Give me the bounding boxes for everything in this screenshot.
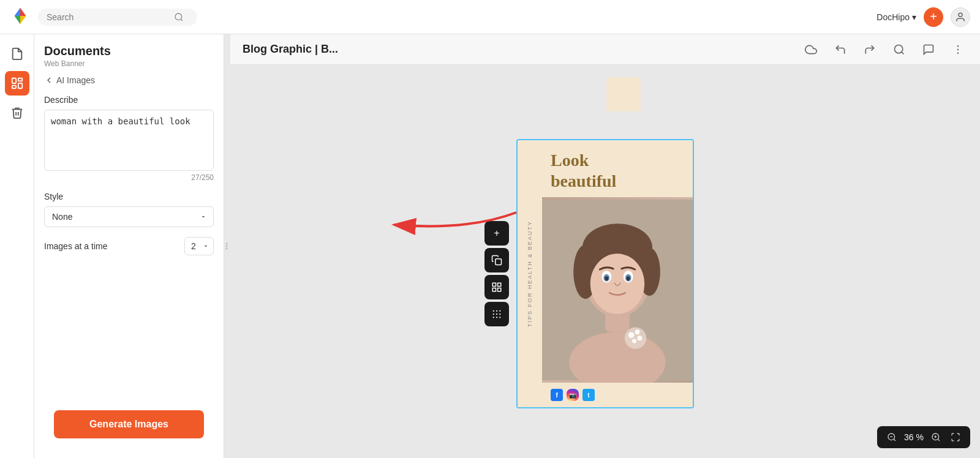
zoom-bar: 36 % [877,426,970,448]
left-panel: Documents Web Banner AI Images Describe … [34,34,224,458]
dochipo-label[interactable]: DocHipo ▾ [876,12,916,22]
svg-rect-5 [18,83,21,88]
svg-point-24 [499,313,500,315]
grid-icon [491,282,502,293]
svg-rect-6 [12,86,15,89]
grid-view-button[interactable] [484,275,509,299]
svg-rect-14 [496,259,502,265]
redo-button[interactable] [860,40,880,59]
search-icon [174,12,184,22]
panel-subtitle: Web Banner [44,59,214,68]
svg-point-20 [496,310,497,312]
svg-point-46 [632,339,636,344]
sidebar-item-trash[interactable] [5,100,29,125]
fullscreen-icon [951,432,960,442]
pages-icon [10,77,24,90]
facebook-icon: f [551,389,563,401]
zoom-level: 36 % [904,432,924,442]
copy-icon [491,255,502,266]
instagram-icon: 📷 [567,389,579,401]
svg-point-1 [175,13,182,20]
trash-icon [10,106,24,119]
svg-line-49 [894,439,895,441]
card-main: Look beautiful [542,140,693,407]
svg-point-19 [493,310,494,312]
sidebar-item-pages[interactable] [5,71,29,96]
style-label: Style [44,192,214,201]
search-canvas-icon [893,43,905,56]
comment-icon [922,43,935,56]
back-to-ai-images[interactable]: AI Images [44,75,214,85]
dots-grid-icon [491,309,502,320]
card-side-strip: Tips for Health & Beauty [518,140,542,407]
describe-textarea[interactable]: woman with a beautiful look [44,110,214,171]
color-swatch[interactable] [606,77,641,111]
canvas-body[interactable]: + [230,65,980,458]
svg-point-45 [637,336,642,340]
cloud-icon [805,43,817,56]
svg-point-21 [499,310,500,312]
svg-point-25 [493,317,494,318]
canvas-preview-wrapper: + [516,139,694,408]
canvas-area: Blog Graphic | B... [230,34,980,458]
more-icon [952,43,964,56]
generate-images-button[interactable]: Generate Images [54,410,204,438]
more-options-button[interactable] [948,40,968,59]
cloud-save-button[interactable] [801,40,821,59]
twitter-icon: t [582,389,595,401]
style-select[interactable]: None Realistic Cartoon Abstract [44,206,214,227]
left-toolbar: + [484,221,509,326]
svg-rect-3 [12,78,15,83]
fullscreen-button[interactable] [948,430,963,445]
svg-point-40 [627,276,630,280]
svg-point-22 [493,313,494,315]
svg-rect-17 [492,288,496,291]
sidebar-item-document[interactable] [5,42,29,66]
svg-point-26 [496,317,497,318]
chevron-left-icon [44,75,54,85]
svg-point-2 [959,13,962,17]
resize-icon [225,240,229,252]
comment-button[interactable] [919,40,938,59]
design-card[interactable]: Tips for Health & Beauty Look beautiful [516,139,694,408]
app-logo[interactable] [10,6,31,29]
undo-button[interactable] [831,40,850,59]
svg-point-10 [895,45,903,53]
images-row: Images at a time 2 1 3 4 [44,237,214,255]
search-canvas-button[interactable] [889,40,909,59]
card-photo [542,197,693,383]
icon-sidebar [0,34,34,458]
user-avatar[interactable] [951,7,970,27]
resize-handle[interactable] [224,34,230,458]
topnav-right: DocHipo ▾ + [876,7,970,27]
copy-element-button[interactable] [484,248,509,272]
svg-point-39 [605,276,608,280]
search-bar[interactable] [38,9,197,26]
images-at-time-label: Images at a time [44,241,177,251]
zoom-out-button[interactable] [884,430,899,445]
undo-icon [834,43,846,56]
describe-label: Describe [44,95,214,105]
svg-point-34 [590,254,645,314]
zoom-in-button[interactable] [929,430,943,445]
add-element-button[interactable]: + [484,221,509,246]
card-footer: f 📷 t [542,383,693,407]
panel-title: Documents [44,44,214,58]
svg-rect-4 [18,78,21,81]
zoom-in-icon [931,432,941,442]
main-area: Documents Web Banner AI Images Describe … [0,34,980,458]
images-select[interactable]: 2 1 3 4 [184,237,214,255]
user-icon [955,12,966,23]
svg-rect-18 [498,288,501,291]
card-header-area: Look beautiful [542,140,693,197]
add-button[interactable]: + [924,7,943,27]
svg-point-9 [226,248,228,250]
search-input[interactable] [47,12,169,22]
svg-point-7 [226,243,228,245]
svg-point-11 [957,45,959,47]
document-icon [10,47,24,61]
svg-rect-15 [492,283,496,286]
svg-point-44 [635,330,640,335]
topnav: DocHipo ▾ + [0,0,980,34]
more-layout-button[interactable] [484,302,509,326]
